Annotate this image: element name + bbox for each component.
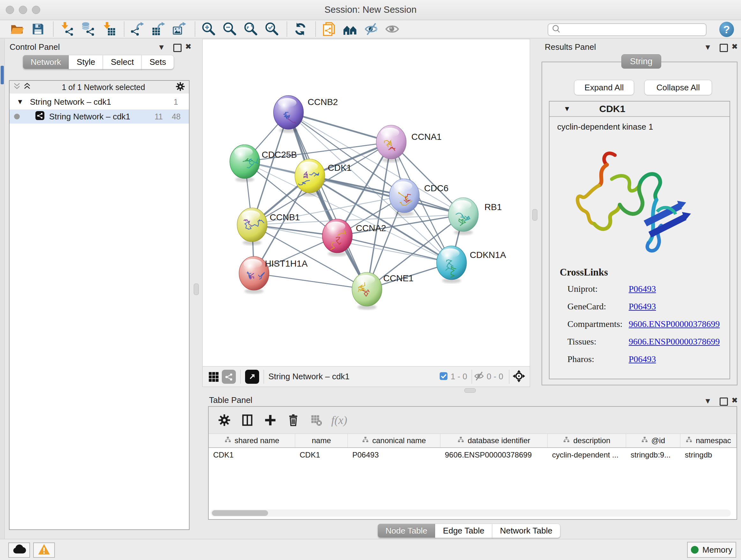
import-table-icon[interactable] (101, 21, 117, 37)
network-canvas[interactable]: CCNB2CCNA1CDC25BCDK1CDC6RB1CCNB1CCNA2CDK… (202, 39, 530, 367)
first-neighbors-icon[interactable] (342, 21, 358, 37)
collapse-all-networks-icon[interactable] (13, 82, 21, 92)
table-row[interactable]: CDK1CDK1P064939606.ENSP00000378699cyclin… (209, 448, 737, 462)
crosslink-link[interactable]: 9606.ENSP00000378699 (629, 319, 720, 329)
results-panel-close-icon[interactable]: ✖ (731, 42, 738, 51)
table-cell[interactable]: 9606.ENSP00000378699 (441, 448, 548, 462)
save-session-icon[interactable] (30, 21, 46, 37)
export-image-icon[interactable] (172, 21, 188, 37)
node-CDC25B[interactable] (230, 145, 260, 182)
export-table-icon[interactable] (151, 21, 166, 37)
crosslink-link[interactable]: P06493 (629, 284, 656, 294)
tab-node-table[interactable]: Node Table (378, 523, 435, 538)
collapsed-panel-indicator[interactable] (1, 66, 4, 84)
edge-CDK1-RB1[interactable] (310, 176, 463, 214)
section-collapse-icon[interactable]: ▼ (563, 105, 570, 113)
control-panel-close-icon[interactable]: ✖ (185, 42, 192, 51)
add-column-icon[interactable] (261, 412, 280, 428)
refresh-layout-icon[interactable] (292, 21, 308, 37)
tab-string[interactable]: String (621, 54, 661, 69)
tab-network[interactable]: Network (23, 55, 69, 69)
birdseye-grid-icon[interactable] (206, 369, 220, 384)
tab-network-table[interactable]: Network Table (492, 523, 560, 538)
export-network-icon[interactable] (130, 21, 145, 37)
control-panel-maximize-icon[interactable] (173, 44, 182, 53)
open-session-icon[interactable] (9, 21, 25, 37)
column-header-@id[interactable]: @id (626, 434, 680, 447)
horizontal-splitter-handle[interactable] (464, 388, 476, 393)
control-panel-float-icon[interactable]: ▼ (158, 43, 165, 52)
node-HIST1H1A[interactable] (239, 256, 269, 294)
network-row-selected[interactable]: String Network – cdk1 11 48 (10, 110, 189, 124)
zoom-in-icon[interactable] (200, 21, 216, 37)
new-network-from-selection-icon[interactable] (321, 21, 337, 37)
open-in-new-window-icon[interactable] (245, 370, 259, 384)
table-panel-maximize-icon[interactable] (720, 397, 728, 407)
network-options-gear-icon[interactable] (176, 82, 185, 92)
table-panel-float-icon[interactable]: ▼ (704, 396, 712, 406)
node-CCNE1[interactable] (352, 272, 382, 310)
hidden-eye-icon[interactable] (474, 371, 484, 382)
left-splitter-handle[interactable] (194, 284, 199, 295)
table-cell[interactable]: stringdb:9... (626, 448, 680, 462)
zoom-fit-icon[interactable] (243, 21, 259, 37)
warnings-button[interactable] (33, 543, 55, 558)
results-panel-maximize-icon[interactable] (720, 44, 728, 53)
crosslink-link[interactable]: 9606.ENSP00000378699 (629, 336, 720, 347)
table-horizontal-scrollbar[interactable] (211, 509, 731, 516)
collection-expand-icon[interactable]: ▼ (17, 98, 23, 106)
node-CCNA1[interactable] (376, 125, 406, 163)
tab-sets[interactable]: Sets (141, 55, 174, 69)
table-options-gear-icon[interactable] (215, 412, 233, 428)
column-header-description[interactable]: description (548, 434, 626, 447)
column-header-canonical-name[interactable]: canonical name (348, 434, 441, 447)
show-columns-icon[interactable] (238, 412, 257, 428)
selected-checkbox-icon[interactable] (439, 372, 448, 382)
table-cell[interactable]: stringdb (680, 448, 737, 462)
column-header-database-identifier[interactable]: database identifier (441, 434, 548, 447)
zoom-out-icon[interactable] (221, 21, 238, 37)
gene-section-header[interactable]: ▼ CDK1 (549, 102, 730, 117)
cloud-status-button[interactable] (8, 543, 30, 558)
show-all-icon[interactable] (384, 21, 400, 37)
import-network-from-database-icon[interactable] (80, 21, 96, 37)
expand-all-button[interactable]: Expand All (574, 80, 634, 95)
network-share-icon[interactable] (222, 370, 236, 384)
import-network-from-file-icon[interactable] (59, 21, 75, 37)
node-CCNB1[interactable] (237, 208, 267, 245)
protein-network-graph[interactable]: CCNB2CCNA1CDC25BCDK1CDC6RB1CCNB1CCNA2CDK… (203, 39, 530, 366)
node-CDKN1A[interactable] (436, 246, 467, 283)
crosslink-link[interactable]: P06493 (629, 354, 656, 364)
memory-button[interactable]: Memory (687, 542, 736, 558)
crosslink-link[interactable]: P06493 (629, 301, 656, 312)
help-button[interactable]: ? (719, 22, 734, 37)
tab-select[interactable]: Select (103, 55, 142, 69)
column-header-namespac[interactable]: namespac (680, 434, 737, 447)
results-panel-float-icon[interactable]: ▼ (704, 43, 712, 52)
hide-selected-icon[interactable] (363, 21, 379, 37)
delete-column-icon[interactable] (284, 412, 302, 428)
network-collection-row[interactable]: ▼ String Network – cdk1 1 (10, 95, 189, 109)
table-cell[interactable]: cyclin-dependent ... (548, 448, 626, 462)
node-RB1[interactable] (448, 198, 478, 235)
scrollbar-thumb[interactable] (212, 510, 268, 516)
pan-crosshair-icon[interactable] (513, 370, 525, 384)
table-cell[interactable]: CDK1 (209, 448, 295, 462)
node-CCNB2[interactable] (273, 96, 304, 133)
table-panel-close-icon[interactable]: ✖ (731, 396, 738, 405)
expand-all-networks-icon[interactable] (23, 82, 31, 92)
edge-HIST1H1A-CCNE1[interactable] (254, 273, 367, 289)
table-cell[interactable]: P06493 (348, 448, 441, 462)
edge-CCNA2-CDKN1A[interactable] (337, 236, 452, 263)
right-splitter-handle[interactable] (532, 209, 537, 221)
node-CDK1[interactable] (295, 159, 325, 196)
column-header-shared-name[interactable]: shared name (209, 434, 295, 447)
search-input[interactable] (563, 25, 706, 35)
table-cell[interactable]: CDK1 (295, 448, 348, 462)
column-header-name[interactable]: name (295, 434, 348, 447)
collapse-all-button[interactable]: Collapse All (644, 80, 712, 95)
zoom-selected-icon[interactable] (264, 21, 280, 37)
edge-CCNB2-CCNA1[interactable] (288, 112, 391, 142)
tab-style[interactable]: Style (69, 55, 103, 69)
tab-edge-table[interactable]: Edge Table (435, 523, 492, 538)
